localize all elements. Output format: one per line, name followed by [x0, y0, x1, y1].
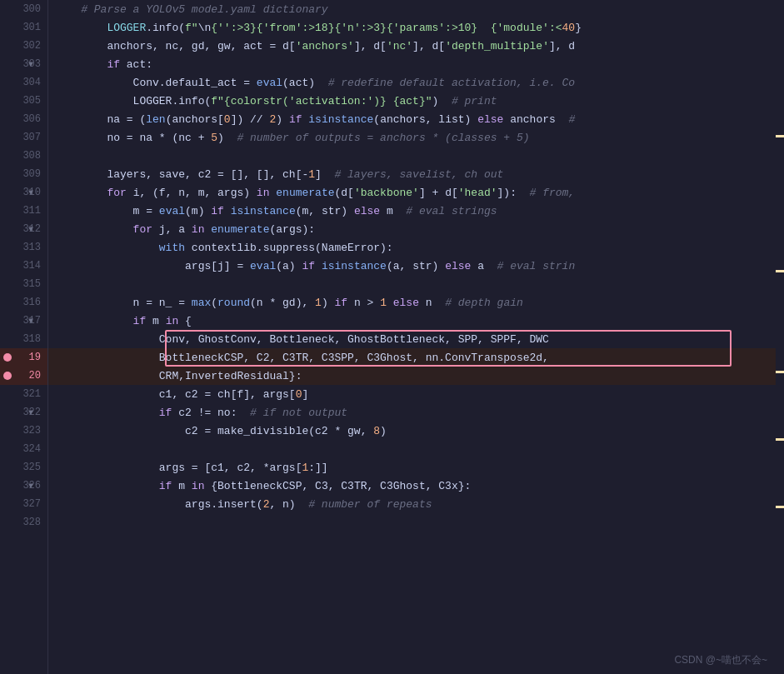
- line-num-310: ▼ 310: [0, 183, 47, 202]
- code-line-318: Conv, GhostConv, Bottleneck, GhostBottle…: [48, 330, 784, 348]
- fold-icon-303[interactable]: ▼: [25, 58, 37, 70]
- line-num-319: 19: [0, 348, 47, 367]
- code-line-323: c2 = make_divisible(c2 * gw, 8): [48, 422, 784, 440]
- code-line-307: no = na * (nc + 5) # number of outputs =…: [48, 128, 784, 147]
- watermark: CSDN @~喵也不会~: [674, 653, 767, 667]
- code-line-303: if act:: [48, 55, 784, 73]
- fold-icon-310[interactable]: ▼: [25, 187, 37, 198]
- line-num-307: 307: [0, 128, 47, 147]
- line-num-326: ▼ 326: [0, 477, 47, 495]
- scroll-marker-2: [776, 270, 784, 272]
- code-line-315: [48, 275, 784, 293]
- line-num-314: 314: [0, 257, 47, 275]
- line-num-305: 305: [0, 92, 47, 110]
- code-line-320: CRM,InvertedResidual}:: [48, 367, 784, 385]
- line-num-311: 311: [0, 202, 47, 220]
- line-num-313: 313: [0, 238, 47, 257]
- line-num-312: ▼ 312: [0, 220, 47, 238]
- line-num-315: 315: [0, 275, 47, 293]
- code-line-324: [48, 440, 784, 458]
- line-num-317: ▼ 317: [0, 312, 47, 330]
- code-line-321: c1, c2 = ch[f], args[0]: [48, 385, 784, 403]
- line-num-309: 309: [0, 165, 47, 183]
- line-num-318: 318: [0, 330, 47, 348]
- code-line-302: anchors, nc, gd, gw, act = d['anchors'],…: [48, 37, 784, 55]
- line-num-328: 328: [0, 513, 47, 532]
- scroll-marker-4: [776, 438, 784, 441]
- line-num-322: ▼ 322: [0, 403, 47, 422]
- fold-icon-322[interactable]: ▼: [25, 407, 37, 418]
- scroll-marker-5: [776, 506, 784, 508]
- code-area[interactable]: # Parse a YOLOv5 model.yaml dictionary L…: [48, 0, 784, 674]
- line-num-321: 321: [0, 385, 47, 403]
- line-num-323: 323: [0, 422, 47, 440]
- line-num-316: 316: [0, 293, 47, 312]
- fold-icon-312[interactable]: ▼: [25, 223, 37, 235]
- line-num-302: 302: [0, 37, 47, 55]
- code-line-316: n = n_ = max(round(n * gd), 1) if n > 1 …: [48, 293, 784, 312]
- code-line-301: LOGGER.info(f"\n{'':>3}{'from':>18}{'n':…: [48, 18, 784, 37]
- code-line-306: na = (len(anchors[0]) // 2) if isinstanc…: [48, 110, 784, 128]
- code-line-308: [48, 147, 784, 165]
- line-num-306: 306: [0, 110, 47, 128]
- editor-container: 300 301 302 ▼ 303 304 305 306 307 308 30…: [0, 0, 784, 674]
- code-line-327: args.insert(2, n) # number of repeats: [48, 495, 784, 513]
- code-line-326: if m in {BottleneckCSP, C3, C3TR, C3Ghos…: [48, 477, 784, 495]
- code-line-309: layers, save, c2 = [], [], ch[-1] # laye…: [48, 165, 784, 183]
- line-num-324: 324: [0, 440, 47, 458]
- breakpoint-320: [3, 372, 12, 380]
- code-line-313: with contextlib.suppress(NameError):: [48, 238, 784, 257]
- code-line-317: if m in {: [48, 312, 784, 330]
- code-line-328: [48, 513, 784, 532]
- line-num-325: 325: [0, 458, 47, 477]
- code-line-319: BottleneckCSP, C2, C3TR, C3SPP, C3Ghost,…: [48, 348, 784, 367]
- line-num-320: 20: [0, 367, 47, 385]
- fold-icon-326[interactable]: ▼: [25, 480, 37, 492]
- code-line-322: if c2 != no: # if not output: [48, 403, 784, 422]
- line-num-301: 301: [0, 18, 47, 37]
- line-num-327: 327: [0, 495, 47, 513]
- code-line-300: # Parse a YOLOv5 model.yaml dictionary: [48, 0, 784, 18]
- scroll-marker-1: [776, 135, 784, 137]
- line-num-300: 300: [0, 0, 47, 18]
- scroll-marker-3: [776, 371, 784, 373]
- code-line-312: for j, a in enumerate(args):: [48, 220, 784, 238]
- code-line-304: Conv.default_act = eval(act) # redefine …: [48, 73, 784, 92]
- breakpoint-319: [3, 353, 12, 362]
- code-line-325: args = [c1, c2, *args[1:]]: [48, 458, 784, 477]
- code-line-310: for i, (f, n, m, args) in enumerate(d['b…: [48, 183, 784, 202]
- code-line-305: LOGGER.info(f"{colorstr('activation:')} …: [48, 92, 784, 110]
- line-num-308: 308: [0, 147, 47, 165]
- code-line-311: m = eval(m) if isinstance(m, str) else m…: [48, 202, 784, 220]
- line-numbers: 300 301 302 ▼ 303 304 305 306 307 308 30…: [0, 0, 48, 674]
- fold-icon-317[interactable]: ▼: [25, 315, 37, 327]
- line-num-303: ▼ 303: [0, 55, 47, 73]
- scrollbar[interactable]: [776, 0, 784, 674]
- line-num-304: 304: [0, 73, 47, 92]
- code-line-314: args[j] = eval(a) if isinstance(a, str) …: [48, 257, 784, 275]
